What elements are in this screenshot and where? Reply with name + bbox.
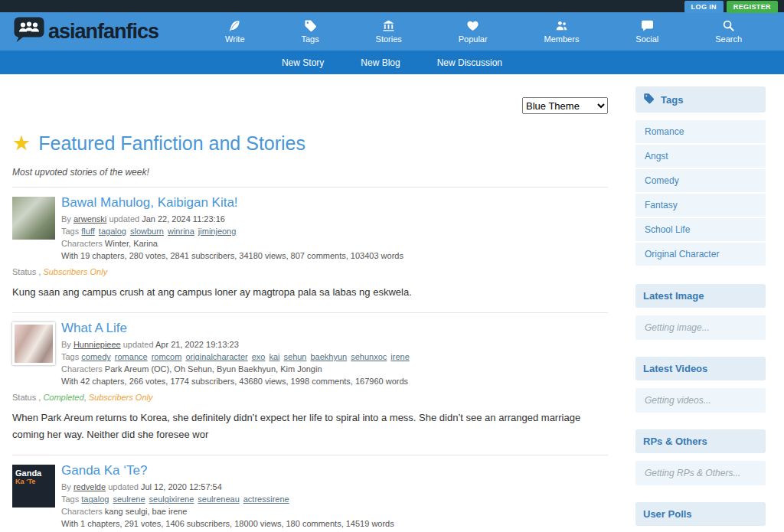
sidebar-tag-link[interactable]: Romance bbox=[635, 120, 766, 145]
new-discussion-link[interactable]: New Discussion bbox=[437, 57, 502, 68]
story-meta: What A Life By Hunniepieee updated Apr 2… bbox=[61, 322, 413, 387]
author-link[interactable]: Hunniepieee bbox=[74, 340, 121, 349]
byline: By arwenski updated Jan 22, 2024 11:23:1… bbox=[61, 213, 403, 225]
new-story-link[interactable]: New Story bbox=[282, 57, 324, 68]
story-thumbnail[interactable]: Ganda Ka ‘Te bbox=[12, 465, 55, 508]
story-description: Kung saan ang campus crush at ang campus… bbox=[12, 284, 608, 300]
story-meta: Bawal Mahulog, Kaibigan Kita! By arwensk… bbox=[61, 197, 403, 262]
tag-link[interactable]: comedy bbox=[81, 352, 111, 361]
sidebar: Tags RomanceAngstComedyFantasySchool Lif… bbox=[635, 86, 766, 532]
tag-icon bbox=[304, 19, 317, 32]
tag-link[interactable]: kai bbox=[269, 352, 279, 361]
sidebar-rps-header: RPs & Others bbox=[635, 429, 766, 453]
sidebar-header-label: Latest Videos bbox=[643, 363, 707, 374]
tags-line: Tags comedyromanceromcomoriginalcharacte… bbox=[61, 351, 413, 363]
characters-value: kang seulgi, bae irene bbox=[105, 507, 188, 516]
new-blog-link[interactable]: New Blog bbox=[361, 57, 400, 68]
characters-value: Winter, Karina bbox=[105, 239, 158, 248]
register-button[interactable]: REGISTER bbox=[727, 1, 778, 13]
story-thumbnail[interactable] bbox=[12, 322, 55, 365]
page-body: Blue Theme ★ Featured Fanfiction and Sto… bbox=[0, 74, 784, 532]
updated-date: Apr 21, 2022 19:13:23 bbox=[155, 340, 239, 349]
tag-link[interactable]: baekhyun bbox=[311, 352, 348, 361]
sidebar-latest-image-section: Latest Image Getting image... bbox=[635, 284, 766, 340]
status-badge: Subscribers Only bbox=[84, 393, 153, 402]
sidebar-tags-list: RomanceAngstComedyFantasySchool LifeOrig… bbox=[635, 120, 766, 267]
sidebar-latest-videos-section: Latest Videos Getting videos... bbox=[635, 357, 766, 413]
story-title-link[interactable]: Ganda Ka ‘Te? bbox=[61, 465, 394, 477]
sidebar-header-label: Latest Image bbox=[643, 290, 704, 302]
logo-text: asianfanfics bbox=[48, 20, 158, 44]
page-subtitle: Most upvoted stories of the week! bbox=[12, 167, 608, 178]
tag-link[interactable]: sehunxoc bbox=[351, 352, 387, 361]
tag-link[interactable]: winrina bbox=[168, 227, 194, 236]
updated-label: updated bbox=[108, 482, 139, 491]
story-thumbnail[interactable] bbox=[12, 197, 55, 240]
main-content: Blue Theme ★ Featured Fanfiction and Sto… bbox=[12, 74, 608, 532]
nav-label: Tags bbox=[301, 34, 318, 44]
tag-link[interactable]: tagalog bbox=[81, 494, 109, 504]
tag-link[interactable]: jiminjeong bbox=[198, 227, 237, 236]
sidebar-tag-link[interactable]: Original Character bbox=[635, 243, 766, 267]
thumbnail-cover-text: Ganda bbox=[15, 468, 52, 478]
sidebar-tag-link[interactable]: Fantasy bbox=[635, 194, 766, 218]
stats-line: With 1 chapters, 291 votes, 1406 subscri… bbox=[61, 517, 394, 530]
tag-link[interactable]: seulgixirene bbox=[149, 494, 194, 504]
search-icon bbox=[722, 19, 735, 32]
characters-label: Characters bbox=[61, 239, 103, 248]
tag-link[interactable]: seulrene bbox=[113, 494, 145, 504]
story-meta: Ganda Ka ‘Te? By redvelde updated Jul 12… bbox=[61, 465, 394, 530]
rps-placeholder: Getting RPs & Others... bbox=[635, 461, 766, 485]
members-people-icon bbox=[555, 19, 568, 32]
sidebar-header-label: RPs & Others bbox=[643, 436, 707, 447]
story-title-link[interactable]: Bawal Mahulog, Kaibigan Kita! bbox=[61, 197, 403, 209]
tag-link[interactable]: slowburn bbox=[130, 227, 164, 236]
sidebar-tag-link[interactable]: School Life bbox=[635, 218, 766, 243]
story-item: Ganda Ka ‘Te Ganda Ka ‘Te? By redvelde u… bbox=[12, 455, 608, 532]
latest-videos-placeholder: Getting videos... bbox=[635, 388, 766, 413]
sub-navigation: New Story New Blog New Discussion bbox=[0, 51, 784, 74]
tag-link[interactable]: tagalog bbox=[99, 227, 126, 236]
tag-link[interactable]: irene bbox=[390, 352, 409, 361]
author-link[interactable]: arwenski bbox=[74, 214, 106, 224]
nav-write[interactable]: Write bbox=[225, 19, 244, 44]
sidebar-tags-header: Tags bbox=[635, 86, 766, 113]
write-feather-icon bbox=[228, 19, 241, 32]
nav-social[interactable]: Social bbox=[635, 19, 658, 44]
theme-select[interactable]: Blue Theme bbox=[522, 97, 608, 114]
tag-link[interactable]: romance bbox=[115, 352, 148, 361]
latest-image-placeholder: Getting image... bbox=[635, 315, 766, 340]
author-link[interactable]: redvelde bbox=[74, 482, 106, 491]
sidebar-tag-link[interactable]: Comedy bbox=[635, 169, 766, 194]
page-title: ★ Featured Fanfiction and Stories bbox=[12, 132, 608, 155]
nav-members[interactable]: Members bbox=[544, 19, 580, 44]
star-icon: ★ bbox=[12, 133, 31, 154]
tag-link[interactable]: sehun bbox=[284, 352, 307, 361]
tags-line: Tags tagalogseulreneseulgixireneseulrene… bbox=[61, 493, 394, 505]
story-title-link[interactable]: What A Life bbox=[61, 322, 413, 335]
tag-link[interactable]: fluff bbox=[81, 227, 95, 236]
tags-list: flufftagalogslowburnwinrinajiminjeong bbox=[81, 227, 240, 236]
by-label: By bbox=[61, 482, 71, 491]
tag-link[interactable]: romcom bbox=[152, 352, 182, 361]
site-logo[interactable]: asianfanfics bbox=[14, 17, 158, 46]
main-header: asianfanfics Write Tags Stories Popular … bbox=[0, 12, 784, 51]
tag-link[interactable]: seulreneau bbox=[198, 494, 239, 504]
tag-link[interactable]: exo bbox=[252, 352, 266, 361]
tags-list: tagalogseulreneseulgixireneseulreneauact… bbox=[81, 494, 292, 504]
characters-line: Characters Park Areum (OC), Oh Sehun, By… bbox=[61, 363, 413, 375]
story-description: When Park Areum returns to Korea, she de… bbox=[12, 410, 608, 442]
top-utility-bar: LOG IN REGISTER bbox=[0, 0, 784, 12]
tag-link[interactable]: originalcharacter bbox=[185, 352, 247, 361]
nav-search[interactable]: Search bbox=[715, 19, 742, 44]
heart-icon bbox=[466, 19, 479, 32]
nav-label: Search bbox=[715, 34, 742, 44]
sidebar-tag-link[interactable]: Angst bbox=[635, 145, 766, 169]
sidebar-latest-videos-header: Latest Videos bbox=[635, 357, 766, 380]
nav-label: Stories bbox=[376, 34, 402, 44]
nav-popular[interactable]: Popular bbox=[459, 19, 488, 44]
nav-tags[interactable]: Tags bbox=[301, 19, 318, 44]
login-button[interactable]: LOG IN bbox=[684, 1, 724, 13]
tag-link[interactable]: actressirene bbox=[243, 494, 289, 504]
nav-stories[interactable]: Stories bbox=[376, 19, 402, 44]
